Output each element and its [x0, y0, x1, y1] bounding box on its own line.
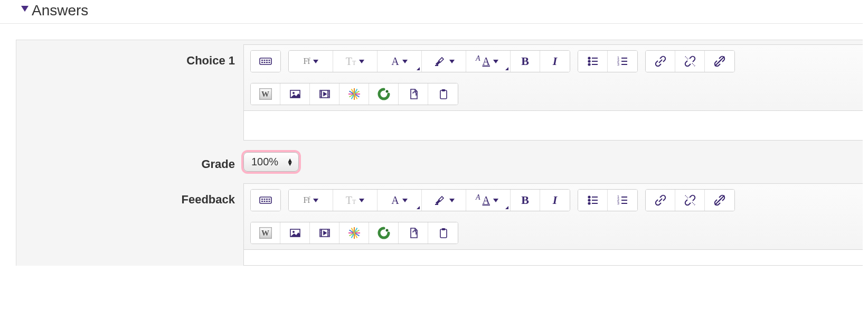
number-list-button[interactable]: 123	[608, 190, 637, 211]
svg-line-23	[692, 63, 695, 66]
clear-format-button[interactable]: AA	[466, 190, 511, 211]
svg-rect-41	[264, 199, 266, 200]
svg-rect-40	[261, 199, 263, 200]
bold-button[interactable]: B	[511, 190, 540, 211]
choice-1-label: Choice 1	[16, 44, 243, 68]
svg-rect-8	[269, 62, 270, 63]
unlink-button[interactable]	[675, 51, 705, 72]
svg-rect-46	[266, 201, 268, 202]
toolbar-toggle-button[interactable]	[251, 51, 280, 72]
svg-rect-38	[442, 89, 445, 91]
starburst-icon	[348, 227, 360, 239]
italic-button[interactable]: I	[540, 190, 570, 211]
svg-rect-45	[264, 201, 266, 202]
file-button[interactable]	[399, 83, 428, 105]
svg-rect-0	[260, 58, 271, 64]
choice-toolbar-row-2: W	[244, 78, 863, 110]
highlight-button[interactable]	[422, 51, 466, 72]
feedback-textarea[interactable]	[244, 249, 863, 265]
choice-1-editor: Ff TT A AA	[243, 44, 863, 141]
svg-rect-47	[269, 201, 270, 202]
image-button[interactable]	[280, 222, 310, 244]
answers-form: Choice 1 Ff	[16, 40, 863, 266]
font-size-button[interactable]: TT	[333, 51, 378, 72]
feedback-toolbar-row-1: Ff TT A AA B I 123	[244, 184, 863, 217]
link-button[interactable]	[646, 190, 675, 211]
font-family-button[interactable]: Ff	[289, 190, 333, 211]
nolink-button[interactable]	[705, 190, 734, 211]
svg-point-51	[588, 199, 590, 201]
svg-point-65	[293, 231, 295, 233]
feedback-label: Feedback	[16, 183, 243, 207]
kaltura-button[interactable]	[339, 222, 369, 244]
svg-text:3: 3	[617, 62, 619, 66]
highlight-button[interactable]	[422, 190, 466, 211]
starburst-icon	[348, 88, 360, 100]
svg-rect-77	[442, 228, 445, 230]
svg-rect-5	[261, 62, 263, 63]
svg-point-14	[588, 63, 590, 65]
font-color-button[interactable]: A	[378, 51, 422, 72]
link-button[interactable]	[646, 51, 675, 72]
font-color-button[interactable]: A	[378, 190, 422, 211]
svg-point-53	[588, 202, 590, 204]
number-list-button[interactable]: 123	[608, 51, 637, 72]
svg-point-75	[385, 229, 388, 232]
video-button[interactable]	[310, 83, 339, 105]
svg-rect-76	[440, 229, 447, 238]
bullet-list-button[interactable]	[578, 51, 608, 72]
svg-rect-7	[266, 62, 268, 63]
svg-point-26	[293, 92, 295, 94]
svg-rect-39	[260, 197, 271, 203]
collapse-caret-icon	[21, 6, 29, 15]
svg-line-22	[685, 57, 688, 59]
svg-rect-42	[266, 199, 268, 200]
toolbar-toggle-button[interactable]	[251, 190, 280, 211]
clear-format-button[interactable]: AA	[466, 51, 511, 72]
font-family-button[interactable]: Ff	[289, 51, 333, 72]
italic-button[interactable]: I	[540, 51, 570, 72]
svg-rect-9	[435, 65, 438, 66]
svg-rect-6	[264, 62, 266, 63]
choice-toolbar-row-1: Ff TT A AA	[244, 45, 863, 78]
bold-button[interactable]: B	[511, 51, 540, 72]
svg-rect-37	[440, 90, 447, 99]
svg-rect-4	[269, 60, 270, 61]
file-button[interactable]	[399, 222, 428, 244]
svg-rect-2	[264, 60, 266, 61]
unlink-button[interactable]	[675, 190, 705, 211]
select-arrows-icon: ▲▼	[287, 158, 293, 166]
video-button[interactable]	[310, 222, 339, 244]
echo-button[interactable]	[369, 83, 399, 105]
echo-button[interactable]	[369, 222, 399, 244]
paste-word-button[interactable]: W	[251, 83, 280, 105]
svg-point-36	[385, 90, 388, 93]
kaltura-button[interactable]	[339, 83, 369, 105]
paste-button[interactable]	[428, 83, 458, 105]
svg-point-10	[588, 57, 590, 59]
feedback-editor: Ff TT A AA B I 123	[243, 183, 863, 266]
bullet-list-button[interactable]	[578, 190, 608, 211]
svg-rect-44	[261, 201, 263, 202]
section-title: Answers	[32, 2, 88, 19]
choice-1-textarea[interactable]	[244, 110, 863, 140]
svg-rect-1	[261, 60, 263, 61]
svg-line-62	[692, 202, 695, 205]
grade-label: Grade	[16, 152, 243, 171]
section-header-answers[interactable]: Answers	[0, 0, 863, 24]
feedback-toolbar-row-2: W	[244, 217, 863, 249]
grade-select-value: 100%	[251, 156, 278, 167]
svg-text:3: 3	[617, 201, 619, 205]
svg-rect-48	[435, 204, 438, 205]
svg-rect-3	[266, 60, 268, 61]
svg-point-49	[588, 196, 590, 198]
svg-rect-43	[269, 199, 270, 200]
image-button[interactable]	[280, 83, 310, 105]
svg-point-12	[588, 60, 590, 62]
svg-line-61	[685, 195, 688, 198]
paste-word-button[interactable]: W	[251, 222, 280, 244]
grade-select[interactable]: 100% ▲▼	[243, 152, 299, 172]
paste-button[interactable]	[428, 222, 458, 244]
font-size-button[interactable]: TT	[333, 190, 378, 211]
nolink-button[interactable]	[705, 51, 734, 72]
